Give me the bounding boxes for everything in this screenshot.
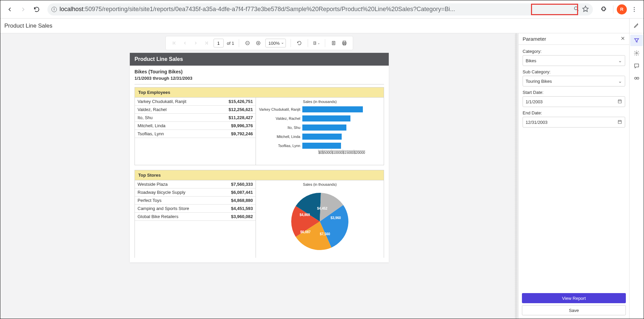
scrollbar[interactable] — [515, 33, 518, 319]
zoom-out-button[interactable] — [244, 39, 251, 47]
report-page: Product Line Sales Bikes (Touring Bikes)… — [130, 53, 389, 262]
table-row: Perfect Toys$4,868,880 — [135, 197, 256, 205]
page-setup-button[interactable] — [330, 39, 337, 47]
divider — [613, 5, 613, 13]
section-title: Top Stores — [135, 170, 384, 180]
page-of-label: of 1 — [227, 41, 234, 46]
bar-row: Ito, Shu — [259, 123, 381, 132]
star-icon[interactable] — [582, 5, 589, 13]
report-viewer: of 1 100% ⌄ Product Line Sales Bikes (To… — [0, 33, 519, 319]
start-date-label: Start Date: — [523, 90, 625, 95]
table-row: Camping and Sports Store$4,451,593 — [135, 205, 256, 213]
bar-row: Mitchell, Linda — [259, 132, 381, 141]
view-report-button[interactable]: View Report — [522, 293, 626, 303]
table-row: Westside Plaza$7,560,333 — [135, 180, 256, 188]
category-select[interactable]: Bikes — [523, 55, 625, 66]
zoom-in-button[interactable] — [255, 39, 262, 47]
export-button[interactable]: ⌄ — [313, 39, 320, 47]
table-row: Mitchell, Linda$9,996,376 — [135, 122, 256, 130]
svg-point-14 — [635, 77, 637, 79]
page-number-input[interactable] — [214, 39, 224, 47]
table-row: Valdez, Rachel$12,256,621 — [135, 106, 256, 114]
reload-button[interactable] — [31, 3, 43, 15]
subcategory-select[interactable]: Touring Bikes — [523, 76, 625, 86]
address-bar[interactable]: i localhost:50975/reporting/site/site1/r… — [47, 3, 593, 15]
save-button[interactable]: Save — [522, 305, 626, 315]
filter-icon[interactable] — [630, 35, 643, 46]
settings-icon[interactable] — [630, 47, 643, 59]
extensions-icon[interactable] — [598, 3, 610, 15]
view-icon[interactable] — [630, 73, 643, 84]
parameter-panel: Parameter Category: Bikes Sub Category: … — [519, 33, 630, 319]
svg-rect-12 — [618, 120, 621, 123]
parameter-panel-title: Parameter — [523, 36, 546, 42]
profile-avatar[interactable]: R — [617, 4, 627, 14]
stores-table: Westside Plaza$7,560,333Roadway Bicycle … — [135, 180, 256, 258]
side-rail — [630, 33, 644, 319]
table-row: Global Bike Retailers$3,960,082 — [135, 213, 256, 221]
refresh-button[interactable] — [296, 39, 303, 47]
table-row: Roadway Bicycle Supply$6,087,441 — [135, 188, 256, 197]
employees-bar-chart: Sales (in thousands) Varkey Chudukatil, … — [256, 98, 384, 165]
close-icon[interactable] — [620, 36, 625, 42]
annotation-highlight — [531, 4, 578, 15]
svg-point-1 — [634, 7, 635, 8]
section-top-stores: Top Stores Westside Plaza$7,560,333Roadw… — [135, 170, 384, 258]
svg-point-3 — [634, 11, 635, 12]
end-date-label: End Date: — [523, 110, 625, 115]
svg-point-2 — [634, 9, 635, 10]
employees-table: Varkey Chudukatil, Ranjit$15,426,751Vald… — [135, 98, 256, 165]
svg-point-13 — [636, 52, 638, 54]
print-button[interactable] — [341, 39, 348, 47]
next-page-button[interactable] — [192, 39, 199, 47]
category-label: Category: — [523, 49, 625, 54]
viewer-toolbar: of 1 100% ⌄ — [165, 36, 353, 50]
page-title: Product Line Sales — [4, 23, 52, 29]
report-daterange: 1/1/2003 through 12/31/2003 — [130, 76, 389, 84]
subcategory-label: Sub Category: — [523, 69, 625, 74]
table-row: Varkey Chudukatil, Ranjit$15,426,751 — [135, 98, 256, 106]
report-title-bar: Product Line Sales — [0, 19, 644, 33]
calendar-icon[interactable] — [617, 99, 622, 105]
site-info-icon[interactable]: i — [51, 7, 57, 12]
last-page-button[interactable] — [203, 39, 210, 47]
forward-button[interactable] — [17, 3, 29, 15]
first-page-button[interactable] — [171, 39, 178, 47]
browser-chrome: i localhost:50975/reporting/site/site1/r… — [0, 0, 644, 19]
svg-point-15 — [637, 77, 639, 79]
kebab-menu-icon[interactable] — [628, 3, 640, 15]
bar-row: Valdez, Rachel — [259, 114, 381, 122]
svg-rect-11 — [618, 100, 621, 103]
report-header: Product Line Sales — [130, 53, 389, 66]
table-row: Tsoflias, Lynn$9,792,246 — [135, 130, 256, 138]
end-date-input[interactable]: 12/31/2003 — [523, 117, 625, 128]
url-text: localhost:50975/reporting/site/site1/rep… — [60, 6, 569, 13]
back-button[interactable] — [4, 3, 16, 15]
stores-pie-chart: Sales (in thousands) $4,452 $3,960 $7,56… — [256, 180, 384, 258]
section-title: Top Employees — [135, 87, 384, 98]
zoom-select[interactable]: 100% — [265, 39, 286, 47]
start-date-input[interactable]: 1/1/2003 — [523, 96, 625, 107]
bar-row: Varkey Chudukatil, Ranjit — [259, 105, 381, 113]
calendar-icon[interactable] — [617, 119, 622, 125]
edit-icon[interactable] — [634, 22, 640, 29]
prev-page-button[interactable] — [181, 39, 189, 47]
comment-icon[interactable] — [630, 60, 643, 72]
section-top-employees: Top Employees Varkey Chudukatil, Ranjit$… — [135, 87, 384, 165]
bar-row: Tsoflias, Lynn — [259, 141, 381, 150]
table-row: Ito, Shu$11,228,427 — [135, 114, 256, 122]
report-subcategory: Bikes (Touring Bikes) — [130, 66, 389, 76]
